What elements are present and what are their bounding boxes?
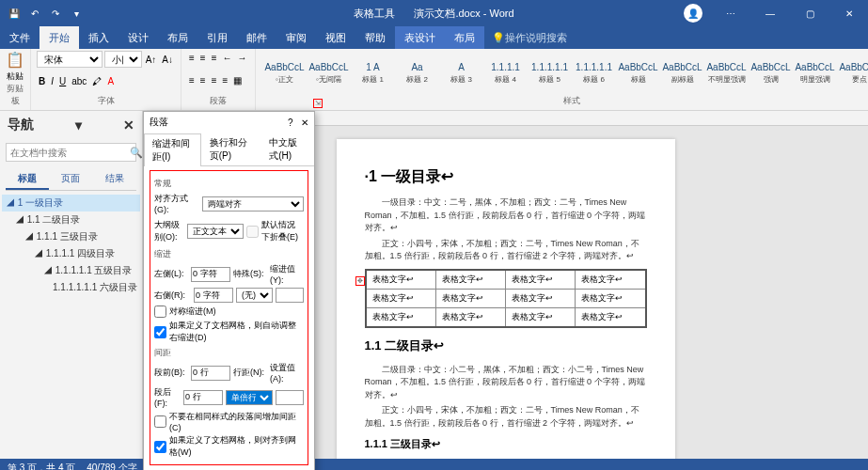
tab-layout[interactable]: 布局	[158, 26, 197, 49]
style-item[interactable]: 1.1.1.1标题 4	[484, 53, 528, 94]
outline-select[interactable]: 正文文本	[187, 224, 244, 239]
table-cell[interactable]: 表格文字↩	[505, 307, 575, 327]
multilevel-button[interactable]: ≡	[210, 51, 219, 65]
qat-more-icon[interactable]: ▾	[68, 5, 85, 22]
nav-tab-results[interactable]: 结果	[93, 169, 136, 190]
minimize-button[interactable]: —	[751, 0, 789, 26]
tree-item-h4[interactable]: ◢ 1.1.1.1 四级目录	[2, 245, 140, 262]
align-right-button[interactable]: ≡	[210, 73, 219, 87]
paragraph-dialog-launcher[interactable]: ⇲	[313, 99, 323, 108]
align-center-button[interactable]: ≡	[198, 73, 208, 87]
font-color-button[interactable]: A	[105, 74, 116, 88]
table-move-handle[interactable]: ✥	[355, 276, 365, 286]
dialog-close-button[interactable]: ✕	[301, 118, 308, 128]
table-cell[interactable]: 表格文字↩	[366, 270, 436, 290]
nosame-checkbox[interactable]	[154, 415, 166, 428]
snap-checkbox[interactable]	[154, 441, 166, 453]
heading-2[interactable]: 1.1 二级目录↩	[365, 337, 647, 354]
style-item[interactable]: AaBbCcL要点	[838, 53, 868, 94]
ribbon-options-button[interactable]: ⋯	[712, 0, 750, 26]
font-name-select[interactable]: 宋体	[37, 51, 103, 68]
table-cell[interactable]: 表格文字↩	[366, 289, 436, 307]
style-item[interactable]: 1.1.1.1.1标题 6	[573, 53, 616, 94]
shading-button[interactable]: ▦	[231, 73, 244, 87]
indent-inc-button[interactable]: →	[236, 51, 249, 65]
underline-button[interactable]: U	[57, 74, 68, 88]
bold-button[interactable]: B	[37, 74, 47, 88]
indent-right-spinner[interactable]	[194, 288, 233, 303]
tree-item-h6[interactable]: 1.1.1.1.1.1 六级目录	[2, 279, 140, 296]
table-cell[interactable]: 表格文字↩	[435, 289, 505, 307]
tab-home[interactable]: 开始	[39, 26, 79, 49]
indent-dec-button[interactable]: ←	[221, 51, 234, 65]
tab-review[interactable]: 审阅	[276, 26, 316, 49]
tab-references[interactable]: 引用	[197, 26, 237, 49]
italic-button[interactable]: I	[49, 74, 55, 88]
tree-item-h3[interactable]: ◢ 1.1.1 三级目录	[2, 228, 140, 245]
nav-search-box[interactable]: 🔍	[6, 143, 136, 162]
numbering-button[interactable]: ≡	[198, 51, 208, 65]
nav-search-input[interactable]	[10, 148, 130, 158]
tab-mailings[interactable]: 邮件	[237, 26, 276, 49]
style-item[interactable]: AaBbCcL强调	[750, 53, 793, 94]
style-item[interactable]: AaBbCcL◦正文	[263, 53, 307, 94]
tree-item-h1[interactable]: ◢ 1 一级目录	[2, 195, 140, 212]
nav-close-button[interactable]: ✕	[123, 118, 134, 133]
tell-me-search[interactable]: 💡 操作说明搜索	[484, 26, 575, 49]
user-avatar[interactable]: 👤	[684, 4, 702, 23]
style-item[interactable]: AaBbCcL副标题	[661, 53, 704, 94]
table-cell[interactable]: 表格文字↩	[576, 307, 646, 327]
nav-tab-headings[interactable]: 标题	[6, 169, 49, 190]
highlight-button[interactable]: 🖍	[90, 74, 103, 88]
align-left-button[interactable]: ≡	[187, 73, 197, 87]
heading-1[interactable]: ·1 一级目录↩	[365, 167, 647, 187]
table-cell[interactable]: 表格文字↩	[366, 307, 436, 327]
after-spinner[interactable]	[183, 390, 223, 405]
tab-table-layout[interactable]: 布局	[445, 26, 484, 49]
style-item[interactable]: A标题 3	[440, 53, 483, 94]
alignment-select[interactable]: 两端对齐	[202, 196, 304, 212]
styles-gallery[interactable]: AaBbCcL◦正文AaBbCcL◦无间隔1 A标题 1Aa标题 2A标题 31…	[261, 51, 868, 95]
style-item[interactable]: AaBbCcL标题	[617, 53, 660, 94]
body-paragraph[interactable]: 正文：小四号，宋体，不加粗；西文：二号，Times New Roman，不加粗。…	[365, 404, 647, 430]
indent-left-spinner[interactable]	[191, 267, 230, 282]
undo-button[interactable]: ↶	[26, 5, 43, 22]
tree-item-h5[interactable]: ◢ 1.1.1.1.1 五级目录	[2, 262, 140, 279]
grow-font-button[interactable]: A↑	[144, 53, 159, 67]
tab-help[interactable]: 帮助	[355, 26, 395, 49]
dialog-tab-asian[interactable]: 中文版式(H)	[260, 133, 314, 165]
tab-insert[interactable]: 插入	[79, 26, 118, 49]
document-table[interactable]: 表格文字↩表格文字↩表格文字↩表格文字↩ 表格文字↩表格文字↩表格文字↩表格文字…	[365, 269, 647, 328]
paste-icon[interactable]: 📋	[6, 51, 24, 69]
body-paragraph[interactable]: 正文：小四号，宋体，不加粗；西文：二号，Times New Roman，不加粗。…	[365, 238, 647, 263]
close-window-button[interactable]: ✕	[830, 0, 868, 26]
table-cell[interactable]: 表格文字↩	[576, 270, 646, 290]
bullets-button[interactable]: ≡	[187, 51, 197, 65]
tree-item-h2[interactable]: ◢ 1.1 二级目录	[2, 212, 140, 228]
redo-button[interactable]: ↷	[47, 5, 64, 22]
align-justify-button[interactable]: ≡	[221, 73, 230, 87]
tab-design[interactable]: 设计	[118, 26, 158, 49]
table-cell[interactable]: 表格文字↩	[505, 289, 575, 307]
style-item[interactable]: AaBbCcL明显强调	[794, 53, 837, 94]
style-item[interactable]: AaBbCcL不明显强调	[705, 53, 749, 94]
line-spacing-select[interactable]: 单倍行距	[226, 390, 273, 405]
save-button[interactable]: 💾	[6, 5, 23, 22]
tab-table-design[interactable]: 表设计	[395, 26, 445, 49]
dialog-tab-indent[interactable]: 缩进和间距(I)	[144, 133, 201, 166]
tab-view[interactable]: 视图	[316, 26, 355, 49]
status-words[interactable]: 40/789 个字	[87, 462, 136, 470]
status-page[interactable]: 第 3 页，共 4 页	[8, 462, 75, 470]
special-select[interactable]: (无)	[236, 288, 273, 303]
style-item[interactable]: 1.1.1.1.1标题 5	[529, 53, 572, 94]
style-item[interactable]: AaBbCcL◦无间隔	[308, 53, 351, 94]
nav-dropdown-icon[interactable]: ▾	[75, 118, 82, 133]
table-cell[interactable]: 表格文字↩	[505, 270, 575, 290]
collapse-checkbox[interactable]	[246, 226, 259, 238]
table-cell[interactable]: 表格文字↩	[435, 307, 505, 327]
shrink-font-button[interactable]: A↓	[160, 53, 175, 67]
style-item[interactable]: 1 A标题 1	[352, 53, 395, 94]
tab-file[interactable]: 文件	[0, 26, 39, 49]
heading-3[interactable]: 1.1.1 三级目录↩	[365, 437, 647, 451]
by-spinner[interactable]	[276, 288, 304, 303]
